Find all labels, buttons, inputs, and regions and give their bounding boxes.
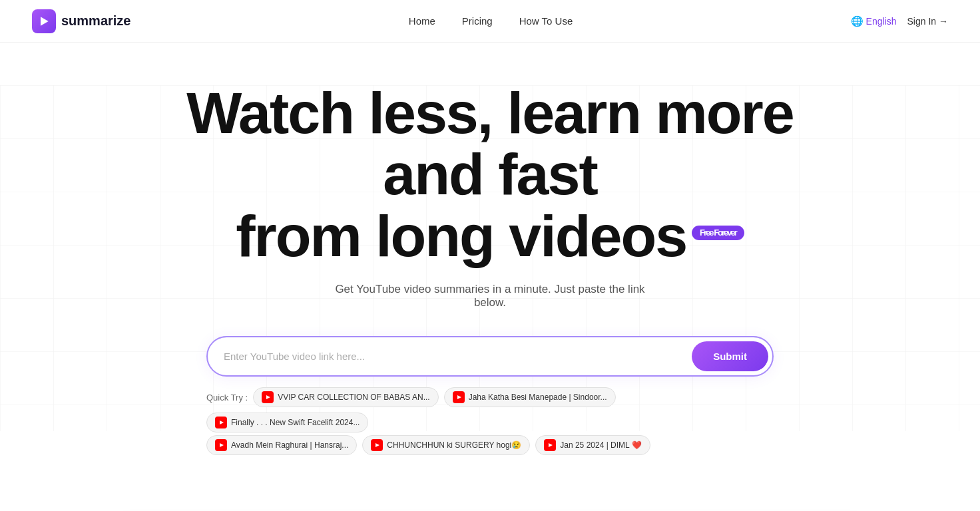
search-input[interactable] [208, 337, 688, 375]
youtube-icon-5 [371, 439, 383, 451]
quick-chip-4[interactable]: Avadh Mein Raghurai | Hansraj... [206, 435, 357, 455]
quick-try-row: Quick Try : VVIP CAR COLLECTION OF BABAS… [190, 387, 790, 432]
youtube-icon-6 [544, 439, 556, 451]
nav-right: 🌐 English Sign In → [851, 15, 948, 27]
svg-marker-5 [375, 443, 379, 447]
hero-title-line1: Watch less, learn more and fast [186, 80, 793, 207]
navbar: summarize Home Pricing How To Use 🌐 Engl… [0, 0, 980, 43]
svg-marker-1 [266, 395, 270, 399]
chip-label-5: CHHUNCHHUN ki SURGERY hogi😢 [387, 440, 521, 450]
brand-name: summarize [61, 13, 131, 29]
youtube-icon-3 [215, 417, 227, 428]
logo-icon [32, 9, 56, 33]
chip-label-1: VVIP CAR COLLECTION OF BABAS AN... [278, 393, 430, 402]
language-button[interactable]: 🌐 English [851, 15, 897, 27]
chip-label-4: Avadh Mein Raghurai | Hansraj... [231, 440, 348, 450]
sign-in-link[interactable]: Sign In → [907, 16, 948, 27]
quick-try-label: Quick Try : [206, 393, 248, 403]
nav-home[interactable]: Home [409, 15, 435, 27]
chip-label-3: Finally . . . New Swift Facelift 2024... [231, 418, 360, 427]
svg-marker-3 [220, 421, 224, 425]
free-badge: Free Forever [692, 226, 744, 240]
search-box: Submit [206, 336, 774, 377]
nav-links: Home Pricing How To Use [409, 15, 573, 27]
quick-chip-3[interactable]: Finally . . . New Swift Facelift 2024... [206, 413, 368, 432]
youtube-icon-1 [262, 391, 274, 403]
play-shape [41, 17, 49, 25]
chip-label-6: Jan 25 2024 | DIML ❤️ [560, 440, 641, 450]
svg-marker-2 [457, 395, 461, 399]
quick-chip-6[interactable]: Jan 25 2024 | DIML ❤️ [535, 435, 650, 455]
hero-title-line2: from long videos [236, 203, 686, 269]
svg-marker-4 [220, 443, 224, 447]
nav-how-to-use[interactable]: How To Use [519, 15, 573, 27]
lang-label: English [866, 16, 897, 27]
youtube-icon-4 [215, 439, 227, 451]
nav-pricing[interactable]: Pricing [462, 15, 493, 27]
submit-button[interactable]: Submit [692, 341, 768, 371]
hero-section: Watch less, learn more and fast from lon… [0, 43, 980, 482]
youtube-icon-2 [453, 391, 465, 403]
globe-icon: 🌐 [851, 15, 863, 27]
hero-title: Watch less, learn more and fast from lon… [170, 83, 810, 267]
quick-chip-5[interactable]: CHHUNCHHUN ki SURGERY hogi😢 [362, 435, 530, 455]
svg-marker-6 [549, 443, 553, 447]
search-container: Submit [190, 336, 790, 377]
quick-try-row-2: Avadh Mein Raghurai | Hansraj... CHHUNCH… [190, 435, 790, 455]
logo-link[interactable]: summarize [32, 9, 131, 33]
quick-chip-1[interactable]: VVIP CAR COLLECTION OF BABAS AN... [253, 387, 439, 407]
quick-chip-2[interactable]: Jaha Katha Besi Manepade | Sindoor... [444, 387, 616, 407]
chip-label-2: Jaha Katha Besi Manepade | Sindoor... [469, 393, 607, 402]
hero-subtitle: Get YouTube video summaries in a minute.… [324, 283, 656, 309]
logo-svg [37, 15, 51, 28]
